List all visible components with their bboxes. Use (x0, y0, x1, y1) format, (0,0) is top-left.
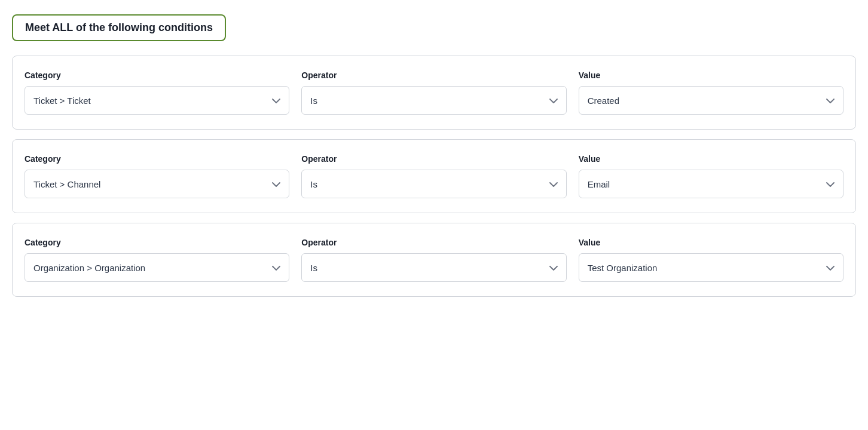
category-group-1: Category Ticket > Ticket (25, 70, 289, 115)
conditions-badge: Meet ALL of the following conditions (12, 14, 226, 41)
category-group-3: Category Organization > Organization (25, 238, 289, 282)
category-value-2: Ticket > Channel (33, 179, 100, 189)
value-label-2: Value (579, 154, 843, 164)
operator-chevron-icon-3 (549, 263, 558, 272)
value-value-3: Test Organization (588, 263, 658, 273)
operator-label-2: Operator (301, 154, 566, 164)
condition-row-3: Category Organization > Organization Ope… (25, 238, 843, 282)
operator-select-2[interactable]: Is (301, 170, 566, 198)
operator-select-1[interactable]: Is (301, 86, 566, 115)
operator-label-1: Operator (301, 70, 566, 80)
category-label-3: Category (25, 238, 289, 247)
value-value-1: Created (588, 96, 619, 106)
condition-row-1: Category Ticket > Ticket Operator Is (25, 70, 843, 115)
operator-select-3[interactable]: Is (301, 253, 566, 282)
category-select-3[interactable]: Organization > Organization (25, 253, 289, 282)
operator-value-3: Is (310, 263, 317, 273)
value-select-2[interactable]: Email (579, 170, 843, 198)
value-group-3: Value Test Organization (579, 238, 843, 282)
value-chevron-icon-2 (826, 179, 835, 189)
operator-group-2: Operator Is (301, 154, 566, 198)
condition-row-2: Category Ticket > Channel Operator Is (25, 154, 843, 198)
category-value-1: Ticket > Ticket (33, 96, 91, 106)
value-label-1: Value (579, 70, 843, 80)
conditions-badge-label: Meet ALL of the following conditions (25, 22, 213, 33)
category-select-1[interactable]: Ticket > Ticket (25, 86, 289, 115)
operator-group-3: Operator Is (301, 238, 566, 282)
value-select-1[interactable]: Created (579, 86, 843, 115)
category-chevron-icon-1 (272, 96, 280, 105)
condition-card-2: Category Ticket > Channel Operator Is (12, 139, 856, 213)
operator-chevron-icon-1 (549, 96, 558, 105)
operator-group-1: Operator Is (301, 70, 566, 115)
category-label-2: Category (25, 154, 289, 164)
value-group-1: Value Created (579, 70, 843, 115)
category-chevron-icon-2 (272, 179, 280, 189)
value-value-2: Email (588, 179, 610, 189)
operator-value-2: Is (310, 179, 317, 189)
value-chevron-icon-3 (826, 263, 835, 272)
value-group-2: Value Email (579, 154, 843, 198)
condition-card-1: Category Ticket > Ticket Operator Is (12, 56, 856, 130)
conditions-list: Category Ticket > Ticket Operator Is (12, 56, 856, 297)
category-chevron-icon-3 (272, 263, 280, 272)
value-label-3: Value (579, 238, 843, 247)
category-select-2[interactable]: Ticket > Channel (25, 170, 289, 198)
condition-card-3: Category Organization > Organization Ope… (12, 223, 856, 297)
category-value-3: Organization > Organization (33, 263, 145, 273)
value-chevron-icon-1 (826, 96, 835, 105)
category-label-1: Category (25, 70, 289, 80)
category-group-2: Category Ticket > Channel (25, 154, 289, 198)
operator-chevron-icon-2 (549, 179, 558, 189)
value-select-3[interactable]: Test Organization (579, 253, 843, 282)
operator-value-1: Is (310, 96, 317, 106)
operator-label-3: Operator (301, 238, 566, 247)
